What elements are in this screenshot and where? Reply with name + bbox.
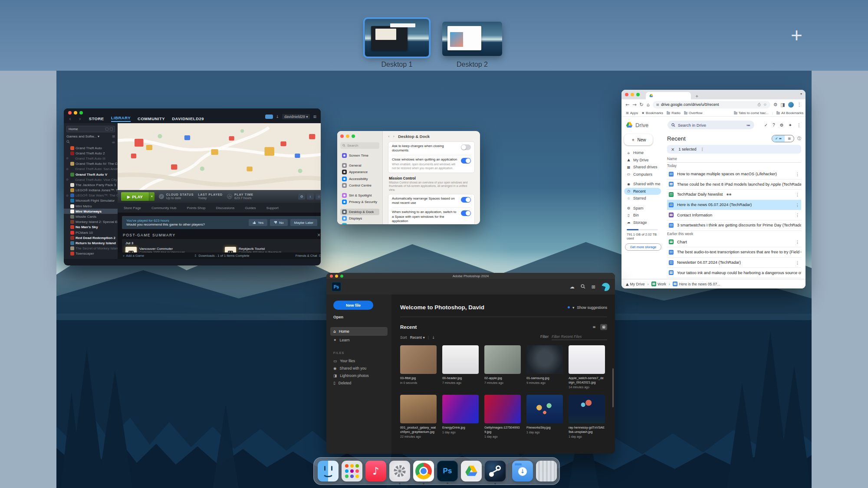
close-icon[interactable] <box>68 111 72 115</box>
offline-status-icon[interactable]: ✓ <box>764 123 768 128</box>
desktop-2-label[interactable]: Desktop 2 <box>442 61 502 69</box>
settings-gear-icon[interactable]: ⚙ <box>780 123 784 128</box>
settings-nav-siri-spotlight[interactable]: Siri & Spotlight <box>340 192 379 199</box>
all-bookmarks[interactable]: All Bookmarks <box>776 111 803 115</box>
play-button[interactable]: ▶PLAY ▾ <box>121 192 155 201</box>
dock-trash-icon[interactable] <box>536 461 557 481</box>
file-more-icon[interactable]: ⋮ <box>796 260 799 265</box>
dock-steam-icon[interactable] <box>485 461 506 481</box>
clear-selection-icon[interactable]: × <box>671 147 674 152</box>
drive-file-row[interactable]: Contact Information⋮ <box>667 210 801 220</box>
desktop-1-label[interactable]: Desktop 1 <box>365 61 429 69</box>
steam-game-item[interactable]: Townscaper <box>64 251 118 256</box>
nav-learn[interactable]: ✦Learn <box>330 336 388 344</box>
drive-nav-my-drive[interactable]: ▲My Drive <box>624 157 661 164</box>
filter-icon[interactable]: ≔ <box>112 141 115 144</box>
back-icon[interactable]: ← <box>625 102 629 108</box>
file-more-icon[interactable]: ⋮ <box>796 203 799 207</box>
steam-game-item[interactable]: Grand Theft Auto IV: The Complete <box>64 161 118 167</box>
recommend-yes-button[interactable]: Yes <box>249 219 267 226</box>
drive-nav-recent[interactable]: ◷Recent <box>624 188 661 195</box>
drive-file-row[interactable]: TechRadar Daily Newslist◉◉⋮ <box>667 190 801 200</box>
bookmark-item[interactable]: ★Bookmarks <box>641 111 663 115</box>
forward-icon[interactable]: › <box>393 134 395 138</box>
steam-game-item[interactable]: No Man's Sky <box>64 225 118 230</box>
drive-nav-home[interactable]: ⌂Home <box>624 149 661 157</box>
bookmark-folder[interactable]: Overflow <box>684 111 703 115</box>
steam-game-item[interactable]: ⊘Grand Theft Auto: San Andreas <box>64 167 118 172</box>
files-nav-lightroom-photos[interactable]: ◨Lightroom photos <box>333 372 385 379</box>
file-more-icon[interactable]: ⋮ <box>796 239 799 244</box>
list-view-icon[interactable] <box>110 128 113 131</box>
collection-options-icon[interactable]: ⊞ <box>112 134 115 138</box>
recent-file-card[interactable]: 001_product_galaxy_watch5pro_graytitaniu… <box>400 395 437 438</box>
recent-file-card[interactable]: GettyImages-1275049939.jpg1 day ago <box>484 395 521 438</box>
steam-game-item[interactable]: Mini Motorways <box>64 209 118 214</box>
grid-view-icon[interactable]: ⊞ <box>600 324 607 330</box>
file-more-icon[interactable]: ⋮ <box>796 172 799 177</box>
recent-file-card[interactable]: ray-hennessy-gdTxVSAE5sk-unsplash.jpg1 d… <box>569 395 605 438</box>
chrome-menu-icon[interactable]: ⋮ <box>797 102 802 108</box>
cloud-icon[interactable]: ☁ <box>570 284 575 290</box>
file-more-icon[interactable]: ⋮ <box>796 192 799 197</box>
back-icon[interactable]: ‹ <box>69 116 72 122</box>
account-avatar[interactable] <box>602 283 610 291</box>
toggle-switch[interactable] <box>461 210 471 216</box>
new-button[interactable]: ＋New <box>624 134 653 145</box>
sort-dropdown[interactable]: Recent ▾ <box>410 335 425 340</box>
steam-game-item[interactable]: Grand Theft Auto 2 <box>64 151 118 156</box>
sort-direction-icon[interactable]: ↓ <box>432 335 435 340</box>
dock-finder-icon[interactable] <box>318 461 339 481</box>
new-file-button[interactable]: New file <box>333 301 373 310</box>
sidepanel-icon[interactable]: ◨ <box>781 102 785 108</box>
reload-icon[interactable]: ↻ <box>639 102 643 108</box>
settings-search-field[interactable]: Search <box>340 142 379 149</box>
minimize-icon[interactable] <box>335 275 338 278</box>
support-icon[interactable]: ? <box>773 123 775 128</box>
open-button[interactable]: Open <box>333 315 385 319</box>
toggle-switch[interactable] <box>461 144 471 150</box>
recent-file-card[interactable]: EnergyDrink.jpg1 day ago <box>442 395 479 438</box>
minimize-icon[interactable] <box>346 134 349 138</box>
news-icon[interactable] <box>265 115 273 119</box>
dock-music-icon[interactable]: ♪ <box>365 461 386 481</box>
steam-game-item[interactable]: Monkey Island 2: Special Edition <box>64 219 118 225</box>
breadcrumb-item[interactable]: Here is the news 05.07... <box>673 282 720 286</box>
dock-downloads-icon[interactable]: ↓ <box>512 461 533 481</box>
drive-nav-bin[interactable]: ▯Bin <box>624 212 661 219</box>
files-nav-deleted[interactable]: ▯Deleted <box>333 379 385 386</box>
more-actions-icon[interactable]: ⋮ <box>700 147 704 151</box>
settings-nav-appearance[interactable]: Appearance <box>340 169 379 176</box>
view-toggle[interactable]: ✓≡ ⊞ <box>772 135 794 142</box>
settings-nav-wallpaper[interactable]: Wallpaper <box>340 222 379 225</box>
menu-store[interactable]: STORE <box>89 116 104 121</box>
bookmark-folder[interactable]: Radio <box>667 111 681 115</box>
collection-dropdown[interactable]: Games and Softw... ▾ ⊞ <box>66 134 115 138</box>
dock-photoshop-icon[interactable]: Ps <box>437 461 458 481</box>
drive-file-row[interactable]: Your tattoo ink and makeup could be harb… <box>667 268 801 278</box>
game-page-tab[interactable]: Store Page <box>124 206 141 210</box>
steam-game-item[interactable]: Return to Monkey Island <box>64 240 118 246</box>
menu-profile[interactable]: DAVIDNIELD29 <box>172 116 204 121</box>
window-controls[interactable] <box>625 93 640 96</box>
steam-window[interactable]: ‹ › STORE LIBRARY COMMUNITY DAVIDNIELD29… <box>64 108 321 265</box>
drive-search-bar[interactable]: Search in Drive ≔ <box>667 121 754 129</box>
grid-view-toggle[interactable]: ⊞ <box>785 135 794 142</box>
breadcrumb-item[interactable]: Work <box>651 282 666 286</box>
toggle-switch[interactable] <box>461 158 471 164</box>
zoom-icon[interactable] <box>636 93 640 96</box>
back-icon[interactable]: ‹ <box>388 134 390 138</box>
settings-nav-control-centre[interactable]: Control Centre <box>340 182 379 189</box>
game-page-tab[interactable]: Guides <box>245 206 256 210</box>
account-dropdown[interactable]: davidnield29 ▾ <box>282 114 310 119</box>
drive-nav-shared-drives[interactable]: ▦Shared drives <box>624 164 661 171</box>
add-desktop-button[interactable]: + <box>791 25 802 45</box>
nav-home[interactable]: ⌂Home <box>330 327 388 336</box>
toggle-switch[interactable] <box>461 197 471 203</box>
drive-nav-computers[interactable]: ▭Computers <box>624 171 661 178</box>
star-icon[interactable]: ☆ <box>316 193 321 200</box>
grid-view-icon[interactable] <box>105 128 108 131</box>
zoom-icon[interactable] <box>79 111 83 115</box>
drive-file-row[interactable]: The best audio-to-text transcription ser… <box>667 247 801 258</box>
window-controls[interactable] <box>330 275 343 278</box>
